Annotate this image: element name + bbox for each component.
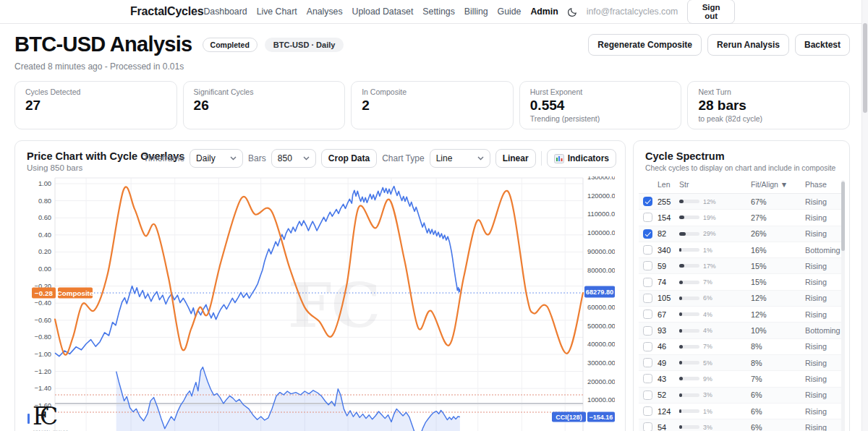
cycle-length: 59 [658,262,679,270]
cycle-row-93: 934%10%Bottoming [639,323,844,338]
strength-bar-fill [679,312,682,316]
cycle-checkbox-59[interactable] [643,261,652,270]
cycle-checkbox-255[interactable] [643,197,652,206]
spectrum-scrollbar-thumb[interactable] [841,182,845,251]
nav-analyses[interactable]: Analyses [307,7,343,17]
chevron-down-icon [303,156,310,161]
strength-percent: 7% [703,278,712,286]
timeframe-value: Daily [196,153,216,163]
dark-mode-toggle[interactable] [568,7,577,17]
price-chart-canvas[interactable]: 1.000.800.600.400.200.00−0.20−0.40−0.60−… [27,176,615,431]
cycle-checkbox-82[interactable] [643,229,652,239]
cycle-checkbox-46[interactable] [643,342,652,351]
indicators-label: Indicators [568,153,609,163]
strength-bar-fill [679,377,683,380]
backtest-button[interactable]: Backtest [795,34,850,56]
right-axis-tick: 120000.00 [587,192,615,200]
strength-cell: 7% [679,278,751,286]
cycle-checkbox-93[interactable] [643,326,652,336]
stat-value: 26 [194,98,335,114]
phase-value: Rising [805,197,844,206]
rerun-analysis-button[interactable]: Rerun Analysis [707,34,789,56]
fit-align-percent: 10% [751,326,805,335]
cycle-checkbox-49[interactable] [643,358,652,367]
nav-settings[interactable]: Settings [422,7,454,17]
nav-billing[interactable]: Billing [464,7,488,17]
timeframe-select[interactable]: Daily [190,149,243,168]
strength-bar-track [679,377,699,380]
page-scrollbar-thumb[interactable] [863,23,867,113]
cycle-checkbox-52[interactable] [643,391,652,400]
fit-align-percent: 16% [751,246,805,255]
cycle-checkbox-124[interactable] [643,406,652,416]
cycle-row-340: 3401%16%Bottoming [639,242,844,258]
phase-value: Bottoming [805,326,844,335]
crop-data-button[interactable]: Crop Data [321,149,377,168]
stats-row: Cycles Detected27Significant Cycles26In … [14,81,850,129]
strength-cell: 19% [679,214,751,221]
right-axis-tick: 10000.00 [587,396,615,404]
cycle-row-74: 747%15%Rising [639,274,844,290]
col-str[interactable]: Str [679,180,751,189]
stat-sub: Trending (persistent) [530,114,671,123]
right-axis-tick: 20000.00 [587,378,615,385]
right-axis-tick: 60000.00 [587,304,615,311]
chart-type-select[interactable]: Line [430,149,490,168]
cci-label-text: CCI(128) [556,414,582,421]
page-scrollbar-track[interactable] [861,0,868,431]
cycle-checkbox-340[interactable] [643,245,652,255]
strength-bar-track [679,248,699,252]
col-phase[interactable]: Phase [805,180,844,189]
cycle-row-255: 25512%67%Rising [639,194,844,210]
strength-bar-track [679,361,699,364]
top-nav: DashboardLive ChartAnalysesUpload Datase… [203,0,735,24]
cycle-length: 340 [658,246,679,255]
nav-dashboard[interactable]: Dashboard [203,7,247,17]
phase-value: Rising [805,342,844,351]
cycle-checkbox-54[interactable] [643,422,652,431]
nav-upload-dataset[interactable]: Upload Dataset [352,7,414,17]
sign-out-button[interactable]: Sign out [687,0,735,24]
strength-cell: 1% [679,247,751,254]
strength-cell: 6% [679,294,751,302]
scale-toggle-button[interactable]: Linear [495,149,536,168]
nav-admin[interactable]: Admin [530,7,558,17]
strength-bar-track [679,425,699,429]
stat-label: Next Turn [698,88,839,96]
col-fit-align-sort[interactable]: Fit/Align ▼ [751,180,805,189]
cycle-checkbox-154[interactable] [643,213,652,222]
cycle-checkbox-43[interactable] [643,374,652,383]
cycle-row-52: 523%6%Rising [639,388,844,404]
indicators-button[interactable]: Indicators [547,149,616,168]
cycle-row-46: 467%8%Rising [639,339,844,355]
strength-percent: 4% [703,311,712,318]
brand-logo[interactable]: FractalCycles [130,5,203,18]
bars-select[interactable]: 850 [271,149,316,168]
cycle-length: 49 [658,359,679,367]
strength-percent: 3% [703,391,712,398]
phase-value: Rising [805,359,844,367]
nav-live-chart[interactable]: Live Chart [257,7,297,17]
strength-bar-track [679,345,699,349]
strength-percent: 4% [703,327,712,334]
regenerate-composite-button[interactable]: Regenerate Composite [588,34,702,56]
strength-bar-track [679,264,699,268]
left-axis-tick: −0.60 [34,317,51,324]
left-axis-tick: 0.40 [38,231,51,239]
cycle-checkbox-74[interactable] [643,278,652,287]
cycle-checkbox-67[interactable] [643,310,652,319]
strength-bar-track [679,232,699,236]
cycle-length: 255 [658,197,679,206]
col-len[interactable]: Len [658,180,679,189]
cycle-row-82: 8229%26%Rising [639,226,844,242]
stat-value: 27 [25,98,166,114]
strength-bar-fill [679,296,682,300]
right-axis-tick: 110000.00 [587,210,615,218]
cycle-length: 154 [658,213,679,222]
stat-value: 0.554 [530,98,671,114]
cycle-checkbox-105[interactable] [643,294,652,303]
phase-value: Bottoming [805,246,844,255]
strength-percent: 19% [703,214,716,221]
nav-guide[interactable]: Guide [498,7,522,17]
strength-bar-fill [679,425,682,429]
